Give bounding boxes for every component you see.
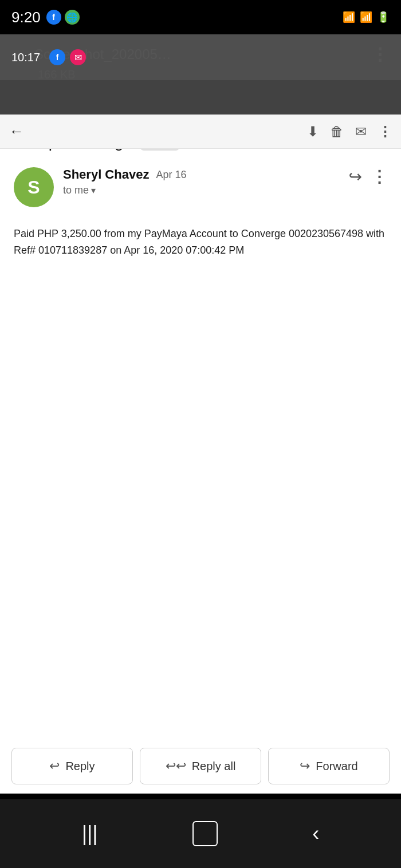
- email-body: Paid PHP 3,250.00 from my PayMaya Accoun…: [14, 221, 387, 263]
- home-button[interactable]: [192, 821, 218, 846]
- reply-icon: ↩: [49, 759, 60, 774]
- sender-more-button[interactable]: ⋮: [371, 167, 387, 186]
- sender-to-row[interactable]: to me ▾: [63, 184, 340, 196]
- android-nav-bar: ||| ‹: [0, 799, 401, 868]
- email-content: receipt converge Inbox ☆ S Sheryl Chavez…: [0, 115, 401, 748]
- forward-label: Forward: [316, 760, 357, 773]
- back-nav-button[interactable]: ‹: [312, 822, 319, 846]
- sender-row: S Sheryl Chavez Apr 16 to me ▾ ↩ ⋮: [14, 167, 387, 207]
- recent-apps-button[interactable]: |||: [82, 822, 98, 846]
- sender-info: Sheryl Chavez Apr 16 to me ▾: [63, 167, 340, 196]
- sender-avatar: S: [14, 167, 54, 207]
- reply-all-label: Reply all: [192, 760, 236, 773]
- wifi-icon: 📶: [343, 11, 355, 23]
- notif-sm-icon: ✉: [70, 49, 86, 65]
- status-bar: 9:20 f 🌐 📶 📶 🔋: [0, 0, 401, 34]
- sender-name: Sheryl Chavez: [63, 167, 149, 182]
- globe-icon: 🌐: [65, 10, 80, 25]
- toolbar-download-icon[interactable]: ⬇: [307, 124, 319, 140]
- signal-icon: 📶: [360, 11, 372, 23]
- toolbar-delete-icon[interactable]: 🗑: [330, 124, 344, 140]
- notif-fb-icon: f: [49, 49, 65, 65]
- reply-all-button[interactable]: ↩↩ Reply all: [140, 748, 261, 784]
- facebook-icon: f: [46, 10, 61, 25]
- notif-time: 10:17: [11, 51, 40, 64]
- notification-bar: 10:17 f ✉: [0, 34, 401, 80]
- toolbar-mail-icon[interactable]: ✉: [355, 124, 367, 140]
- action-buttons-row: ↩ Reply ↩↩ Reply all ↪ Forward: [0, 739, 401, 794]
- quick-reply-button[interactable]: ↩: [349, 167, 362, 186]
- toolbar-more-button[interactable]: ⋮: [378, 124, 392, 140]
- reply-button[interactable]: ↩ Reply: [11, 748, 133, 784]
- sender-to: to me: [63, 184, 89, 196]
- chevron-down-icon: ▾: [91, 185, 96, 196]
- sender-date: Apr 16: [156, 169, 186, 181]
- status-time: 9:20: [11, 9, 41, 26]
- sender-actions: ↩ ⋮: [349, 167, 387, 186]
- reply-all-icon: ↩↩: [166, 759, 186, 774]
- reply-label: Reply: [65, 760, 95, 773]
- forward-button[interactable]: ↪ Forward: [268, 748, 390, 784]
- forward-icon: ↪: [300, 759, 310, 774]
- status-right-icons: 📶 📶 🔋: [343, 11, 390, 23]
- toolbar-back-button[interactable]: ←: [9, 123, 24, 140]
- email-toolbar: ← ⬇ 🗑 ✉ ⋮: [0, 115, 401, 149]
- battery-icon: 🔋: [377, 11, 390, 23]
